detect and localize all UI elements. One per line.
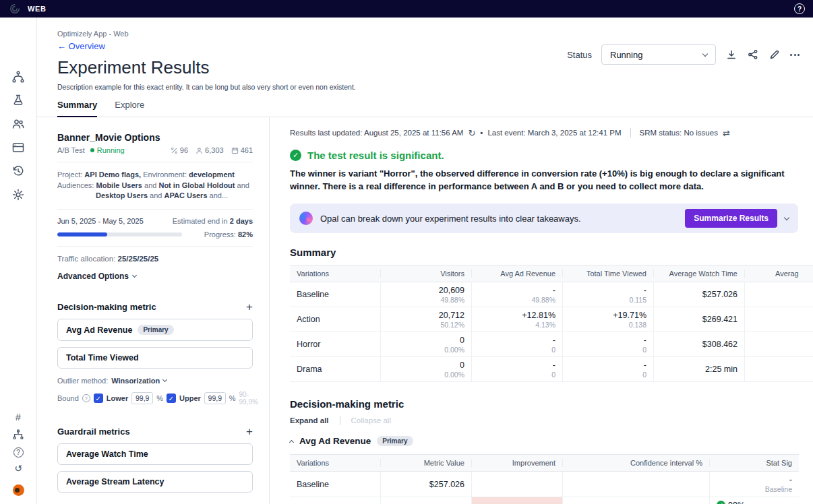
chevron-up-icon xyxy=(289,439,294,444)
share-icon[interactable] xyxy=(747,49,759,61)
last-updated-text: Results last updated: August 25, 2025 at… xyxy=(290,129,463,137)
summary-heading: Summary xyxy=(290,247,813,258)
upper-bound-input[interactable]: 99,9 xyxy=(204,392,226,404)
refresh-icon[interactable]: ↻ xyxy=(468,129,475,137)
summarize-results-button[interactable]: Summarize Results xyxy=(685,209,777,228)
table-row-baseline[interactable]: Baseline $257.026 -Baseline xyxy=(290,472,799,497)
add-metric-button[interactable]: + xyxy=(246,301,253,313)
topbar: WEB ? xyxy=(0,0,813,18)
opal-banner: Opal can break down your experiment resu… xyxy=(290,203,798,233)
more-options-icon[interactable] xyxy=(790,54,800,56)
summary-table: Variations Visitors Avg Ad Revenue Total… xyxy=(290,265,813,382)
opal-logo-icon xyxy=(299,212,313,225)
help-circle-icon[interactable]: ? xyxy=(13,447,24,458)
flag-usage-stat: 96 xyxy=(171,146,188,154)
metric-card-total-time-viewed[interactable]: Total Time Viewed xyxy=(57,347,253,369)
chevron-down-icon xyxy=(702,51,708,56)
check-circle-icon: ✓ xyxy=(290,150,301,161)
decision-table: Variations Metric Value Improvement Conf… xyxy=(290,454,799,504)
history-icon[interactable] xyxy=(11,164,25,178)
edit-pencil-icon[interactable] xyxy=(769,49,781,61)
experiment-panel: Banner_Movie Options A/B Test Running 96 xyxy=(37,117,270,504)
table-row-horror[interactable]: Horror 00.00% -0 -0 $308.462 xyxy=(290,332,813,357)
lower-bound-input[interactable]: 99,9 xyxy=(131,392,153,404)
experiment-name: Banner_Movie Options xyxy=(57,132,253,143)
experiment-type: A/B Test xyxy=(57,146,85,154)
estimated-end: Estimated end in 2 days xyxy=(173,217,253,225)
table-row-baseline[interactable]: Baseline 20,60949.88% -49.88% -0.115 $25… xyxy=(290,282,813,307)
page-header: Optimizely App - Web ← Overview Experime… xyxy=(37,18,813,117)
advanced-options-toggle[interactable]: Advanced Options xyxy=(57,272,253,281)
audiences-info: Audiences: Mobile Users and Not in Globa… xyxy=(57,181,253,191)
optimizely-logo-icon xyxy=(8,2,22,15)
breadcrumb: Optimizely App - Web xyxy=(57,30,800,38)
metric-card-average-stream-latency[interactable]: Average Stream Latency xyxy=(57,471,253,493)
table-row-drama[interactable]: Drama 00.00% -0 -0 2:25 min xyxy=(290,357,813,382)
days-stat: 461 xyxy=(231,146,253,154)
chevron-down-icon xyxy=(162,377,167,382)
decision-metric-heading: Decision-making metric xyxy=(57,302,156,312)
percent-icon xyxy=(171,147,178,154)
sidebar: # ? ↺ xyxy=(0,18,37,504)
help-icon[interactable]: ? xyxy=(794,3,805,14)
traffic-allocation: Traffic allocation: 25/25/25/25 xyxy=(57,254,253,265)
expand-all-link[interactable]: Expand all xyxy=(290,416,329,424)
chevron-down-icon[interactable] xyxy=(784,214,789,220)
opal-text: Opal can break down your experiment resu… xyxy=(320,214,581,224)
stat-sig-check-icon: ✓ xyxy=(717,501,725,504)
download-icon[interactable] xyxy=(725,49,737,61)
lower-bound-checkbox[interactable]: ✓ xyxy=(94,393,103,403)
project-info: Project: API Demo flags, Environment: de… xyxy=(57,170,253,181)
metric-section-header[interactable]: Avg Ad Revenue Primary xyxy=(290,436,813,446)
srm-refresh-icon[interactable]: ⇄ xyxy=(723,129,730,137)
results-panel: Results last updated: August 25, 2025 at… xyxy=(270,117,813,504)
summary-table-header: Variations Visitors Avg Ad Revenue Total… xyxy=(290,265,813,282)
users-stat: 6,303 xyxy=(195,146,224,154)
header-controls: Status Running xyxy=(567,44,800,65)
progress-bar xyxy=(57,232,182,237)
optimizely-orange-logo[interactable] xyxy=(13,484,24,496)
results-meta-row: Results last updated: August 25, 2025 at… xyxy=(290,128,813,137)
back-overview-link[interactable]: ← Overview xyxy=(57,41,105,51)
info-icon[interactable]: ? xyxy=(82,394,90,402)
improvement-bar-cell xyxy=(472,497,563,504)
decision-metric-heading: Decision-making metric xyxy=(290,398,813,410)
last-event-text: Last event: March 3, 2025 at 12:41 PM xyxy=(487,129,621,137)
chevron-down-icon xyxy=(132,273,137,278)
metric-card-avg-ad-revenue[interactable]: Avg Ad Revenue Primary xyxy=(57,319,253,341)
metric-card-average-watch-time[interactable]: Average Watch Time xyxy=(57,443,253,465)
tab-explore[interactable]: Explore xyxy=(115,100,144,117)
calendar-icon xyxy=(231,147,239,154)
primary-badge: Primary xyxy=(377,436,413,446)
window-icon[interactable] xyxy=(11,141,25,154)
add-guardrail-button[interactable]: + xyxy=(246,426,253,437)
primary-badge: Primary xyxy=(138,325,173,335)
settings-gear-icon[interactable] xyxy=(11,188,25,201)
progress-label: Progress: 82% xyxy=(204,230,253,239)
divider xyxy=(340,416,340,425)
tab-bar: Summary Explore xyxy=(57,100,800,117)
table-row-partial[interactable]: ✓ 99% xyxy=(290,497,799,504)
outlier-method-row[interactable]: Outlier method: Winsorization xyxy=(57,377,253,385)
significance-title: The test result is significant. xyxy=(307,150,444,161)
upper-bound-checkbox[interactable]: ✓ xyxy=(167,393,176,403)
flow-icon[interactable] xyxy=(11,70,25,84)
tab-summary[interactable]: Summary xyxy=(57,100,97,117)
flask-icon[interactable] xyxy=(11,94,25,107)
page-description: Description example for this exact entit… xyxy=(57,83,800,91)
collapse-all-link[interactable]: Collapse all xyxy=(351,416,391,424)
hash-icon[interactable]: # xyxy=(16,412,21,422)
guardrail-heading: Guardrail metrics xyxy=(57,427,130,437)
status-badge: Running xyxy=(90,146,125,154)
divider xyxy=(630,128,631,137)
users-icon[interactable] xyxy=(11,117,25,131)
sitemap-icon[interactable] xyxy=(11,428,25,441)
significance-body: The winner is variant "Horror", the obse… xyxy=(290,167,800,193)
audiences-info-line2: Desktop Users and APAC Users and... xyxy=(96,191,253,201)
status-dot-icon xyxy=(90,148,94,152)
table-row-action[interactable]: Action 20,71250.12% +12.81%4.13% +19.71%… xyxy=(290,307,813,332)
status-value: Running xyxy=(610,50,642,60)
status-select[interactable]: Running xyxy=(601,44,716,65)
srm-status-text: SRM status: No issues xyxy=(640,129,718,137)
undo-icon[interactable]: ↺ xyxy=(14,464,22,473)
